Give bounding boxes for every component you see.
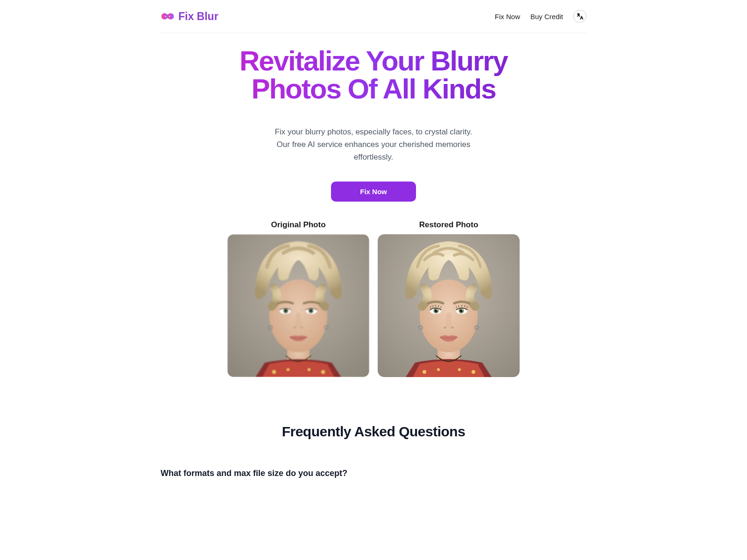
logo[interactable]: Fix Blur (161, 9, 218, 23)
original-photo-column: Original Photo (227, 220, 369, 377)
svg-point-11 (285, 309, 287, 312)
logo-text: Fix Blur (178, 10, 218, 23)
nav-buy-credit[interactable]: Buy Credit (530, 13, 563, 21)
hero-description: Fix your blurry photos, especially faces… (268, 126, 479, 164)
svg-point-16 (301, 327, 303, 329)
faq-section: Frequently Asked Questions What formats … (161, 424, 586, 478)
svg-point-15 (293, 327, 296, 329)
faq-title: Frequently Asked Questions (161, 424, 586, 440)
faq-question: What formats and max file size do you ac… (161, 469, 586, 478)
svg-point-37 (454, 322, 455, 323)
svg-point-6 (308, 368, 310, 371)
svg-point-24 (472, 370, 475, 374)
svg-point-34 (444, 327, 446, 329)
nav-fix-now[interactable]: Fix Now (495, 13, 520, 21)
nav: Fix Now Buy Credit (495, 10, 586, 23)
svg-point-14 (310, 309, 312, 312)
hero-section: Revitalize Your Blurry Photos Of All Kin… (210, 33, 537, 202)
restored-photo (378, 234, 520, 377)
original-label: Original Photo (271, 220, 325, 230)
svg-point-7 (321, 370, 325, 374)
faq-item[interactable]: What formats and max file size do you ac… (161, 469, 586, 478)
restored-photo-column: Restored Photo (378, 220, 520, 377)
hero-title: Revitalize Your Blurry Photos Of All Kin… (210, 47, 537, 103)
svg-point-38 (446, 323, 447, 324)
svg-point-39 (451, 321, 451, 321)
svg-point-21 (423, 370, 426, 374)
svg-point-5 (287, 368, 289, 371)
restored-label: Restored Photo (419, 220, 479, 230)
photo-comparison: Original Photo (161, 220, 586, 377)
svg-point-23 (458, 368, 461, 371)
svg-point-29 (437, 309, 437, 310)
logo-icon (161, 9, 175, 23)
svg-point-35 (451, 327, 454, 329)
svg-point-4 (272, 370, 276, 374)
fix-now-button[interactable]: Fix Now (331, 182, 416, 202)
language-button[interactable] (573, 10, 586, 23)
header: Fix Blur Fix Now Buy Credit (161, 0, 586, 33)
original-photo (227, 234, 369, 377)
translate-icon (576, 12, 584, 21)
svg-point-36 (442, 322, 443, 322)
svg-point-22 (437, 368, 440, 371)
svg-point-33 (462, 309, 463, 310)
